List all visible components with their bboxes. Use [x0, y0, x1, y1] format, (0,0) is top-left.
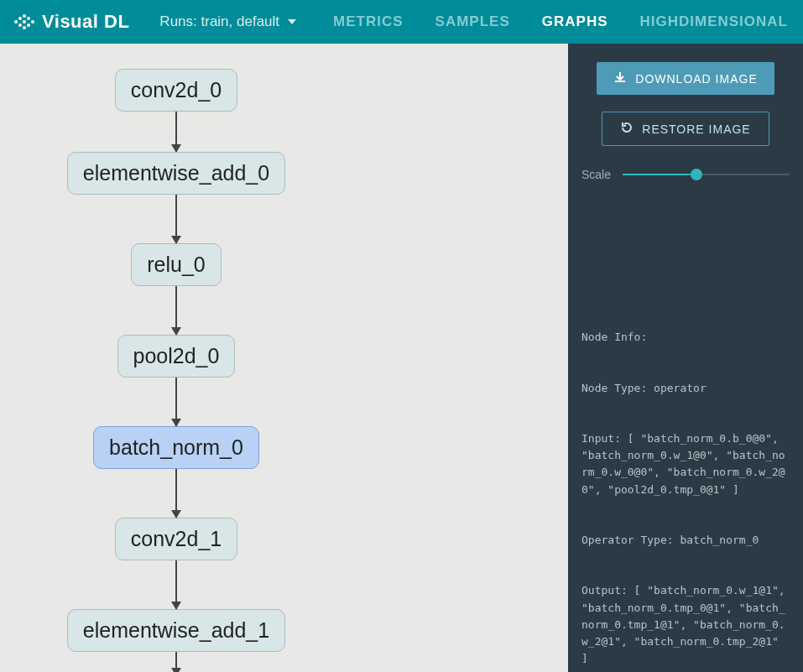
- node-info-line: Input: [ "batch_norm_0.b_0@0", "batch_no…: [581, 430, 790, 498]
- graph-edge: [175, 652, 177, 672]
- svg-point-5: [23, 26, 26, 29]
- download-image-button[interactable]: DOWNLOAD IMAGE: [597, 62, 774, 95]
- node-info-block: Node Info: Node Type: operator Input: [ …: [581, 295, 790, 672]
- runs-label: Runs: train, default: [159, 13, 279, 30]
- node-info-line: Node Type: operator: [581, 380, 790, 397]
- restore-image-label: RESTORE IMAGE: [642, 122, 750, 136]
- svg-point-6: [27, 17, 30, 20]
- brand-logo: Visual DL: [7, 11, 136, 33]
- graph-node-conv2d_1[interactable]: conv2d_1: [115, 518, 237, 560]
- graph-edge: [175, 286, 177, 335]
- graph-node-elementwise_add_1[interactable]: elementwise_add_1: [67, 609, 285, 652]
- brand-text: Visual DL: [42, 11, 129, 33]
- graph-edge: [175, 112, 177, 152]
- node-info-line: Operator Type: batch_norm_0: [581, 532, 790, 549]
- slider-thumb[interactable]: [691, 169, 702, 180]
- graph-node-elementwise_add_0[interactable]: elementwise_add_0: [67, 152, 285, 195]
- download-icon: [613, 70, 627, 86]
- scale-slider[interactable]: [623, 166, 790, 183]
- tab-samples[interactable]: SAMPLES: [435, 13, 510, 30]
- download-image-label: DOWNLOAD IMAGE: [635, 72, 757, 86]
- tab-metrics[interactable]: METRICS: [333, 13, 404, 30]
- svg-point-7: [27, 23, 30, 27]
- graph-node-relu_0[interactable]: relu_0: [131, 243, 222, 286]
- chevron-down-icon: [288, 19, 296, 24]
- svg-point-1: [18, 17, 22, 20]
- restore-image-button[interactable]: RESTORE IMAGE: [602, 112, 769, 146]
- graph-column: conv2d_0 elementwise_add_0 relu_0 pool2d…: [0, 69, 352, 672]
- graph-edge: [175, 469, 177, 518]
- graph-node-batch_norm_0[interactable]: batch_norm_0: [93, 426, 259, 469]
- main-area: conv2d_0 elementwise_add_0 relu_0 pool2d…: [0, 44, 803, 672]
- svg-point-2: [18, 23, 22, 27]
- top-bar: Visual DL Runs: train, default METRICS S…: [0, 0, 803, 44]
- slider-track-filled: [623, 174, 696, 175]
- graph-canvas[interactable]: conv2d_0 elementwise_add_0 relu_0 pool2d…: [0, 44, 568, 672]
- tab-highdimensional[interactable]: HIGHDIMENSIONAL: [640, 13, 789, 30]
- brand-glyph-icon: [13, 13, 35, 30]
- runs-selector[interactable]: Runs: train, default: [159, 13, 296, 30]
- side-panel: DOWNLOAD IMAGE RESTORE IMAGE Scale Node …: [568, 44, 803, 672]
- graph-edge: [175, 560, 177, 609]
- graph-node-conv2d_0[interactable]: conv2d_0: [115, 69, 237, 112]
- svg-point-0: [14, 20, 18, 23]
- node-info-line: Node Info:: [581, 329, 790, 346]
- scale-row: Scale: [581, 166, 790, 183]
- tab-graphs[interactable]: GRAPHS: [542, 13, 608, 30]
- graph-edge: [175, 378, 177, 426]
- svg-point-8: [31, 20, 34, 23]
- node-info-line: Output: [ "batch_norm_0.w_1@1", "batch_n…: [581, 582, 790, 667]
- nav-tabs: METRICS SAMPLES GRAPHS HIGHDIMENSIONAL: [333, 13, 796, 30]
- svg-point-4: [23, 20, 26, 23]
- graph-node-pool2d_0[interactable]: pool2d_0: [117, 335, 236, 378]
- scale-label: Scale: [581, 168, 611, 181]
- restore-icon: [620, 121, 634, 137]
- svg-point-3: [23, 14, 26, 18]
- graph-edge: [175, 195, 177, 243]
